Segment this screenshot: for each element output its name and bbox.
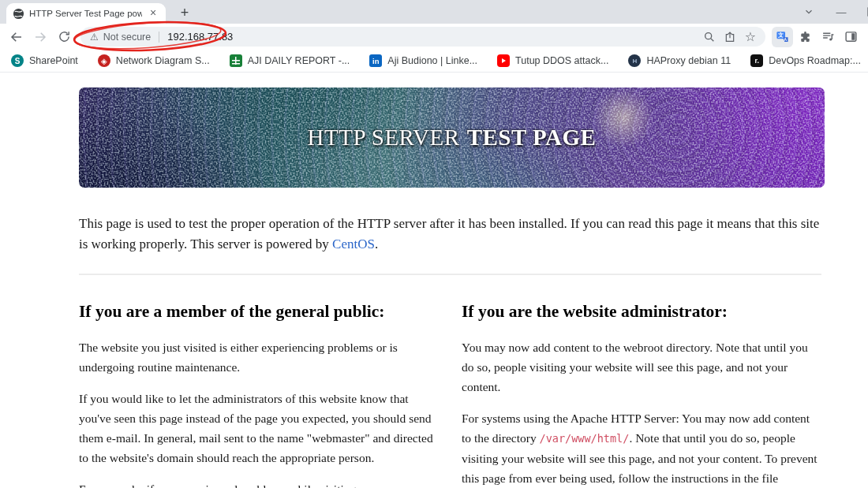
haproxy-icon: H — [628, 54, 641, 67]
window-maximize-icon[interactable] — [860, 2, 868, 21]
bookmark-sharepoint[interactable]: S SharePoint — [11, 54, 78, 67]
banner-title: HTTP SERVER TEST PAGE — [79, 88, 825, 188]
google-translate-icon[interactable]: 文A — [772, 27, 793, 47]
forward-icon[interactable] — [30, 27, 51, 47]
window-minimize-icon[interactable]: — — [829, 2, 854, 21]
tab-close-icon[interactable]: × — [147, 7, 159, 20]
intro-paragraph: This page is used to test the proper ope… — [79, 214, 821, 255]
tab-search-chevron-icon[interactable] — [797, 2, 821, 21]
bookmark-haproxy[interactable]: H HAProxy debian 11 — [628, 54, 731, 67]
roadmap-icon: r. — [750, 54, 763, 67]
bookmark-linkedin[interactable]: in Aji Budiono | Linke... — [369, 54, 477, 67]
bookmark-network-diagram[interactable]: ◈ Network Diagram S... — [98, 54, 210, 67]
paragraph: The website you just visited is either e… — [79, 337, 440, 377]
admin-column: If you are the website administrator: Yo… — [462, 302, 822, 488]
centos-link[interactable]: CentOS — [332, 237, 375, 251]
text-segment: This page is used to test the proper ope… — [79, 216, 819, 251]
tab-title: HTTP Server Test Page powered — [29, 9, 142, 18]
bookmark-star-icon[interactable]: ☆ — [740, 28, 761, 47]
bookmarks-bar: S SharePoint ◈ Network Diagram S... AJI … — [0, 50, 868, 73]
url-text[interactable]: 192.168.77.83 — [167, 31, 699, 43]
extensions-puzzle-icon[interactable] — [795, 27, 816, 47]
tab-strip: HTTP Server Test Page powered × + — — [0, 0, 868, 24]
not-secure-warning-icon: ⚠ — [90, 32, 99, 43]
globe-favicon-icon — [13, 8, 24, 20]
omnibox-divider — [159, 32, 159, 43]
public-column: If you are a member of the general publi… — [79, 302, 440, 488]
text-segment: . — [375, 237, 378, 251]
web-page-content: HTTP SERVER TEST PAGE This page is used … — [0, 73, 868, 488]
admin-heading: If you are the website administrator: — [462, 302, 822, 322]
paragraph: For example, if you experienced problems… — [79, 479, 440, 488]
svg-text:文: 文 — [777, 32, 784, 39]
media-controls-icon[interactable] — [817, 27, 839, 47]
paragraph: If you would like to let the administrat… — [79, 389, 440, 468]
test-page-banner: HTTP SERVER TEST PAGE — [79, 88, 825, 188]
reload-icon[interactable] — [54, 27, 74, 47]
bookmark-devops-roadmap[interactable]: r. DevOps Roadmap:... — [750, 54, 861, 67]
browser-toolbar: ⚠ Not secure 192.168.77.83 ☆ 文A — [0, 24, 868, 50]
new-tab-button[interactable]: + — [175, 5, 194, 22]
share-icon[interactable] — [720, 28, 740, 47]
side-panel-icon[interactable] — [840, 27, 862, 47]
linkedin-icon: in — [369, 54, 382, 67]
network-diagram-icon: ◈ — [98, 54, 110, 67]
security-label[interactable]: Not secure — [103, 32, 151, 43]
back-icon[interactable] — [6, 27, 27, 47]
divider — [79, 274, 821, 275]
address-bar[interactable]: ⚠ Not secure 192.168.77.83 ☆ — [80, 27, 765, 47]
youtube-icon — [497, 54, 510, 67]
toolbar-right-icons: 文A — [772, 27, 862, 47]
search-icon[interactable] — [699, 28, 720, 47]
sharepoint-icon: S — [11, 54, 24, 67]
text-segment: /var/www/html/ — [540, 432, 630, 445]
paragraph: For systems using the Apache HTTP Server… — [462, 408, 822, 488]
svg-text:A: A — [784, 38, 788, 42]
public-heading: If you are a member of the general publi… — [79, 302, 440, 322]
bookmark-daily-report[interactable]: AJI DAILY REPORT -... — [230, 54, 350, 67]
paragraph: You may now add content to the webroot d… — [462, 337, 822, 397]
google-sheets-icon — [230, 54, 242, 67]
browser-tab[interactable]: HTTP Server Test Page powered × — [6, 3, 166, 24]
bookmark-youtube[interactable]: Tutup DDOS attack... — [497, 54, 608, 67]
